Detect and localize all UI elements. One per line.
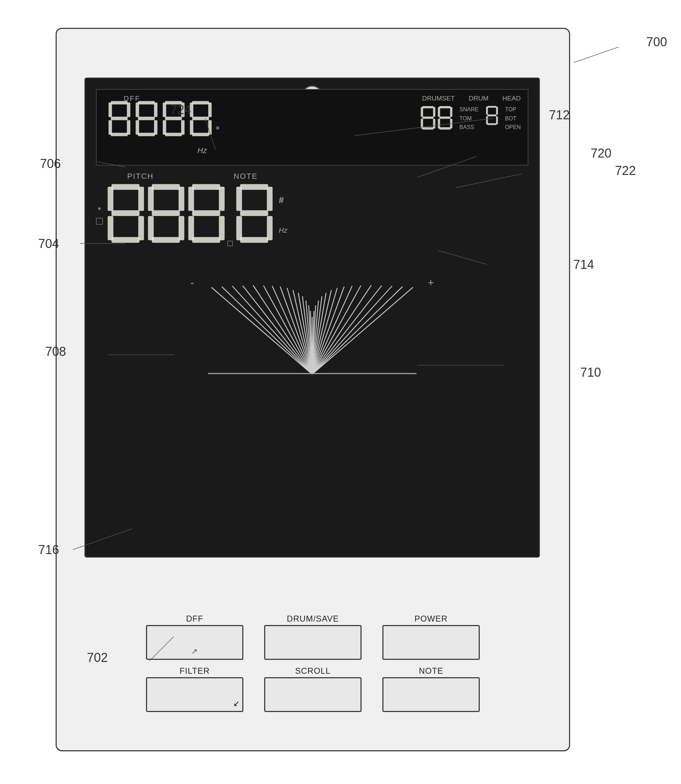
callout-720: 720 — [591, 146, 611, 161]
svg-rect-70 — [240, 184, 268, 190]
svg-rect-5 — [108, 103, 112, 117]
power-button[interactable] — [382, 625, 480, 660]
main-digit-row: * — [96, 182, 532, 248]
drum-save-button[interactable] — [264, 625, 361, 660]
svg-rect-65 — [219, 216, 225, 240]
dff-arrow-icon: ↗ — [150, 647, 239, 656]
callout-706: 706 — [40, 157, 61, 171]
svg-rect-59 — [152, 237, 180, 243]
svg-rect-69 — [192, 210, 220, 216]
svg-rect-18 — [163, 120, 166, 135]
svg-line-109 — [573, 47, 619, 63]
svg-rect-51 — [138, 216, 144, 240]
pitch-note-labels: PITCH NOTE — [127, 172, 258, 181]
svg-rect-7 — [138, 101, 155, 104]
drumset-panel: DRUMSET DRUM HEAD — [420, 95, 521, 132]
svg-rect-47 — [486, 107, 488, 115]
svg-rect-52 — [112, 237, 140, 243]
svg-rect-25 — [190, 120, 193, 135]
device-outer: DFF — [55, 28, 570, 751]
svg-line-103 — [312, 285, 371, 374]
callout-716: 716 — [38, 543, 59, 557]
svg-rect-63 — [192, 184, 220, 190]
main-digit-4 — [235, 182, 273, 248]
pitch-section-label: PITCH — [127, 172, 154, 181]
svg-rect-46 — [486, 116, 488, 124]
svg-rect-30 — [433, 119, 435, 129]
svg-rect-39 — [438, 119, 440, 129]
decimal-dot: • — [215, 122, 220, 134]
svg-rect-54 — [108, 187, 113, 211]
svg-rect-19 — [163, 103, 166, 117]
svg-rect-17 — [165, 133, 182, 136]
svg-rect-58 — [179, 216, 184, 240]
dff-button[interactable]: ↗ — [146, 625, 243, 660]
svg-rect-22 — [208, 103, 212, 117]
drumset-label: DRUMSET — [422, 95, 455, 102]
button-row-2: FILTER ↙ SCROLL NOTE — [84, 677, 541, 712]
bot-label: BOT — [505, 114, 521, 123]
svg-rect-4 — [108, 120, 112, 135]
svg-rect-71 — [267, 187, 272, 211]
drumset-digit-2 — [437, 105, 453, 130]
svg-rect-29 — [433, 107, 435, 117]
svg-rect-36 — [450, 107, 452, 117]
small-square-left — [96, 218, 103, 225]
decimal-group — [227, 182, 233, 248]
svg-line-105 — [312, 286, 392, 374]
note-button[interactable] — [382, 677, 480, 712]
freq-digit-1 — [107, 100, 131, 138]
main-digit-2 — [147, 182, 185, 248]
svg-rect-62 — [152, 210, 180, 216]
callout-702: 702 — [87, 651, 108, 665]
svg-rect-73 — [240, 237, 268, 243]
dff-button-label: DFF — [146, 614, 243, 624]
svg-rect-23 — [208, 120, 212, 135]
svg-line-107 — [312, 287, 413, 374]
button-row-1: DFF ↗ DRUM/SAVE POWER — [84, 625, 541, 660]
open-label: OPEN — [505, 123, 521, 132]
hash-symbol: # — [279, 195, 287, 206]
note-button-label: NOTE — [382, 666, 480, 676]
svg-rect-72 — [267, 216, 272, 240]
svg-rect-21 — [192, 101, 209, 104]
svg-rect-75 — [236, 187, 242, 211]
drumset-digits — [420, 105, 453, 130]
top-label: TOP — [505, 105, 521, 114]
svg-rect-31 — [422, 127, 433, 130]
freq-digit-2 — [134, 100, 158, 138]
callout-704: 704 — [38, 236, 59, 251]
svg-line-79 — [232, 286, 312, 374]
drumset-digit-1 — [420, 105, 436, 130]
svg-rect-3 — [111, 133, 128, 136]
svg-rect-32 — [421, 119, 423, 129]
svg-rect-13 — [138, 117, 155, 121]
svg-rect-28 — [422, 106, 433, 108]
svg-rect-40 — [438, 107, 440, 117]
dff-button-wrapper: DFF ↗ — [146, 625, 243, 660]
svg-rect-34 — [422, 116, 433, 119]
main-hz-label: Hz — [279, 227, 287, 235]
svg-rect-74 — [236, 216, 242, 240]
svg-rect-42 — [487, 106, 496, 108]
filter-arrow-icon: ↙ — [233, 699, 239, 708]
callout-714: 714 — [573, 257, 594, 272]
svg-rect-60 — [148, 216, 154, 240]
svg-rect-35 — [439, 106, 450, 108]
svg-line-81 — [253, 285, 312, 374]
main-digit-1 — [106, 182, 145, 248]
drum-save-button-label: DRUM/SAVE — [264, 614, 361, 624]
scroll-button[interactable] — [264, 677, 361, 712]
svg-rect-49 — [112, 184, 140, 190]
drum-save-button-wrapper: DRUM/SAVE — [264, 625, 361, 660]
svg-line-83 — [272, 286, 312, 374]
filter-button[interactable]: ↙ — [146, 677, 243, 712]
svg-rect-50 — [138, 187, 144, 211]
panel-labels-row: DRUMSET DRUM HEAD — [422, 95, 521, 102]
svg-rect-68 — [188, 187, 194, 211]
svg-rect-56 — [152, 184, 180, 190]
bass-label: BASS — [459, 123, 479, 132]
star-group: * — [96, 205, 103, 225]
svg-line-101 — [312, 286, 352, 374]
callout-710: 710 — [580, 365, 601, 380]
